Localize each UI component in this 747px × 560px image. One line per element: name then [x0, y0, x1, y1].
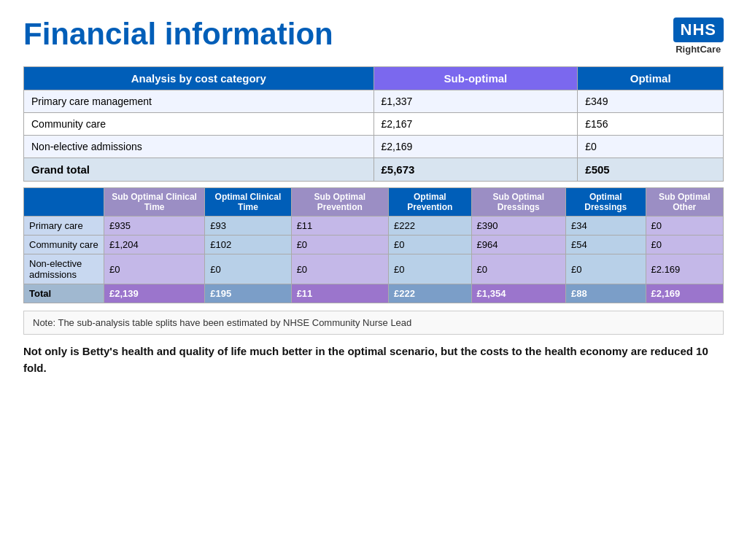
detail-cell: £0 [646, 236, 723, 254]
grand-total-suboptimal: £5,673 [374, 158, 578, 182]
detail-total-cell: £11 [291, 284, 388, 303]
detail-row-label: Primary care [24, 217, 104, 236]
detail-cell: £93 [205, 217, 291, 236]
detail-cell: £935 [104, 217, 205, 236]
grand-total-row: Grand total £5,673 £505 [24, 158, 724, 182]
detail-header-opt-clinical: Optimal Clinical Time [205, 188, 291, 217]
detail-total-cell: £88 [565, 284, 646, 303]
detail-total-label: Total [24, 284, 104, 303]
detail-total-cell: £195 [205, 284, 291, 303]
detail-cell: £2.169 [646, 254, 723, 284]
detail-cell: £0 [646, 217, 723, 236]
summary-table: Analysis by cost category Sub-optimal Op… [23, 66, 724, 182]
detail-header-opt-dressings: Optimal Dressings [565, 188, 646, 217]
detail-cell: £964 [471, 236, 565, 254]
summary-col-category: Analysis by cost category [24, 67, 374, 90]
note-text: Note: The sub-analysis table splits have… [23, 311, 724, 335]
row-category: Primary care management [24, 90, 374, 113]
row-optimal: £349 [578, 90, 724, 113]
row-optimal: £156 [578, 113, 724, 136]
page-header: Financial information NHS RightCare [23, 18, 724, 55]
detail-header-subopt-clinical: Sub Optimal Clinical Time [104, 188, 205, 217]
row-category: Community care [24, 113, 374, 136]
row-suboptimal: £1,337 [374, 90, 578, 113]
detail-cell: £222 [389, 217, 472, 236]
detail-total-cell: £1,354 [471, 284, 565, 303]
nhs-rightcare-label: RightCare [676, 44, 721, 55]
row-suboptimal: £2,169 [374, 136, 578, 158]
detail-total-cell: £222 [389, 284, 472, 303]
page-title: Financial information [23, 18, 333, 51]
row-category: Non-elective admissions [24, 136, 374, 158]
detail-cell: £0 [389, 254, 472, 284]
detail-cell: £0 [471, 254, 565, 284]
detail-cell: £0 [205, 254, 291, 284]
detail-total-cell: £2,139 [104, 284, 205, 303]
row-optimal: £0 [578, 136, 724, 158]
detail-row-label: Non-elective admissions [24, 254, 104, 284]
detail-row-non-elective: Non-elective admissions £0 £0 £0 £0 £0 £… [24, 254, 724, 284]
detail-header-subopt-dressings: Sub Optimal Dressings [471, 188, 565, 217]
nhs-logo: NHS RightCare [673, 18, 724, 55]
nhs-badge-text: NHS [673, 18, 724, 42]
detail-header-subopt-prevention: Sub Optimal Prevention [291, 188, 388, 217]
detail-row-community-care: Community care £1,204 £102 £0 £0 £964 £5… [24, 236, 724, 254]
summary-col-optimal: Optimal [578, 67, 724, 90]
detail-empty-header [24, 188, 104, 217]
summary-col-suboptimal: Sub-optimal [374, 67, 578, 90]
table-row: Community care £2,167 £156 [24, 113, 724, 136]
detail-cell: £0 [565, 254, 646, 284]
detail-cell: £0 [291, 236, 388, 254]
detail-cell: £34 [565, 217, 646, 236]
detail-table: Sub Optimal Clinical Time Optimal Clinic… [23, 187, 724, 303]
row-suboptimal: £2,167 [374, 113, 578, 136]
detail-cell: £54 [565, 236, 646, 254]
detail-total-cell: £2,169 [646, 284, 723, 303]
bottom-note: Not only is Betty's health and quality o… [23, 343, 724, 376]
detail-header-subopt-other: Sub Optimal Other [646, 188, 723, 217]
detail-cell: £11 [291, 217, 388, 236]
table-row: Non-elective admissions £2,169 £0 [24, 136, 724, 158]
detail-total-row: Total £2,139 £195 £11 £222 £1,354 £88 £2… [24, 284, 724, 303]
detail-row-primary-care: Primary care £935 £93 £11 £222 £390 £34 … [24, 217, 724, 236]
grand-total-optimal: £505 [578, 158, 724, 182]
detail-cell: £390 [471, 217, 565, 236]
detail-cell: £0 [291, 254, 388, 284]
grand-total-label: Grand total [24, 158, 374, 182]
detail-header-opt-prevention: Optimal Prevention [389, 188, 472, 217]
detail-cell: £0 [389, 236, 472, 254]
table-row: Primary care management £1,337 £349 [24, 90, 724, 113]
detail-cell: £1,204 [104, 236, 205, 254]
detail-row-label: Community care [24, 236, 104, 254]
detail-cell: £0 [104, 254, 205, 284]
detail-cell: £102 [205, 236, 291, 254]
